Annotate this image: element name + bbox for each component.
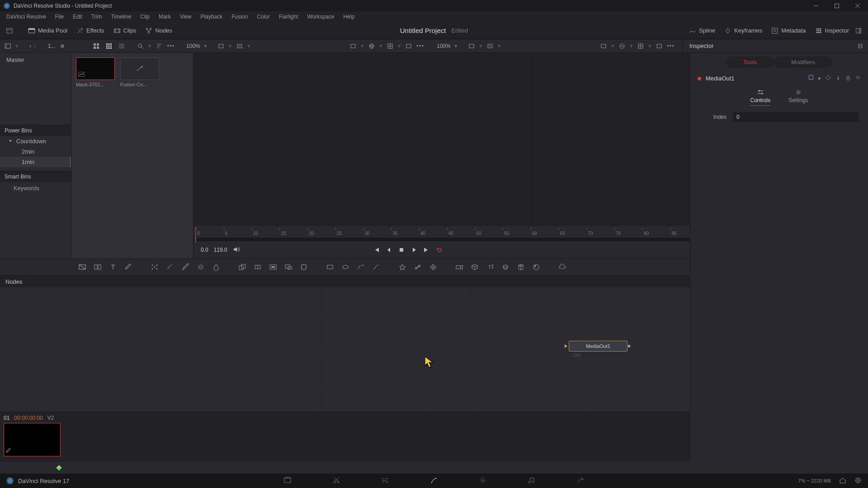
text-tool-icon[interactable]: T bbox=[108, 262, 118, 272]
prender-tool-icon[interactable] bbox=[428, 262, 439, 272]
stop-button[interactable] bbox=[397, 246, 406, 254]
brightness-tool-icon[interactable] bbox=[195, 262, 206, 272]
polygon-mask-icon[interactable] bbox=[355, 262, 366, 272]
grid2-icon[interactable] bbox=[636, 41, 646, 51]
page-color-icon[interactable] bbox=[479, 476, 487, 486]
expand-icon[interactable] bbox=[854, 26, 863, 36]
page-media-icon[interactable] bbox=[283, 476, 292, 486]
menu-item[interactable]: File bbox=[52, 13, 67, 21]
master-bin[interactable]: Master bbox=[0, 53, 71, 67]
cloud-tool-icon[interactable] bbox=[557, 262, 568, 272]
menu-item[interactable]: View bbox=[176, 13, 195, 21]
bin-1min[interactable]: 1min bbox=[0, 157, 71, 167]
transform-tool-icon[interactable] bbox=[298, 262, 309, 272]
viewer-left[interactable] bbox=[193, 53, 531, 225]
pemitter-tool-icon[interactable] bbox=[412, 262, 423, 272]
prev-frame-button[interactable] bbox=[385, 246, 393, 254]
keyframe-icon[interactable] bbox=[826, 75, 831, 82]
menu-item[interactable]: Playback bbox=[197, 13, 226, 21]
first-frame-button[interactable] bbox=[372, 246, 380, 254]
play-button[interactable] bbox=[410, 246, 418, 254]
home-icon[interactable] bbox=[839, 477, 846, 484]
reset-icon[interactable] bbox=[855, 75, 861, 82]
resize-tool-icon[interactable] bbox=[283, 262, 294, 272]
index-field[interactable]: 0 bbox=[733, 112, 859, 122]
last-frame-button[interactable] bbox=[423, 246, 431, 254]
range-field[interactable]: 1... bbox=[45, 43, 58, 49]
viewer-b-icon[interactable] bbox=[599, 41, 609, 51]
page-edit-icon[interactable] bbox=[381, 476, 389, 486]
grid-over-icon[interactable] bbox=[385, 41, 395, 51]
background-tool-icon[interactable] bbox=[77, 262, 88, 272]
viewer-a-icon[interactable] bbox=[348, 41, 358, 51]
inspector-tab-tools[interactable]: Tools bbox=[726, 56, 774, 68]
search-icon[interactable] bbox=[136, 41, 146, 51]
merge-tool-icon[interactable] bbox=[237, 262, 248, 272]
shape3d-tool-icon[interactable] bbox=[500, 262, 511, 272]
speaker-icon[interactable] bbox=[233, 246, 240, 254]
page-fairlight-icon[interactable] bbox=[528, 476, 536, 486]
menu-item[interactable]: Workspace bbox=[304, 13, 338, 21]
text3d-tool-icon[interactable]: T bbox=[485, 262, 495, 272]
spline-button[interactable]: Spline bbox=[684, 25, 720, 36]
minimize-button[interactable] bbox=[806, 0, 826, 11]
view-lines-icon[interactable] bbox=[117, 41, 127, 51]
mattecontrol-tool-icon[interactable] bbox=[268, 262, 278, 272]
paint-tool-icon[interactable] bbox=[123, 262, 134, 272]
rect2-icon[interactable] bbox=[235, 41, 245, 51]
clip-strip-thumbnail[interactable] bbox=[4, 423, 61, 456]
clips-button[interactable]: Clips bbox=[109, 25, 141, 36]
menu-item[interactable]: Fairlight bbox=[275, 13, 302, 21]
menu-item[interactable]: Clip bbox=[137, 13, 153, 21]
menu-item[interactable]: Mark bbox=[155, 13, 175, 21]
loop-button[interactable] bbox=[435, 246, 443, 254]
menu-item[interactable]: Timeline bbox=[107, 13, 135, 21]
frame2-icon[interactable] bbox=[654, 41, 664, 51]
effects-button[interactable]: Effects bbox=[72, 25, 109, 36]
countdown-bin[interactable]: Countdown bbox=[0, 136, 71, 146]
renderer3d-tool-icon[interactable] bbox=[531, 262, 542, 272]
bin-2min[interactable]: 2min bbox=[0, 146, 71, 157]
close-button[interactable] bbox=[847, 0, 868, 11]
rect-icon[interactable] bbox=[216, 41, 226, 51]
more-icon[interactable]: ••• bbox=[667, 42, 675, 49]
page-deliver-icon[interactable] bbox=[576, 476, 585, 486]
camera3d-tool-icon[interactable] bbox=[454, 262, 465, 272]
menu-item[interactable]: Color bbox=[253, 13, 274, 21]
menu-item[interactable]: DaVinci Resolve bbox=[3, 13, 50, 21]
view-list-icon[interactable] bbox=[91, 41, 101, 51]
brush-tool-icon[interactable] bbox=[165, 262, 175, 272]
merge3d-tool-icon[interactable] bbox=[515, 262, 526, 272]
blur-tool-icon[interactable] bbox=[211, 262, 222, 272]
more-icon[interactable]: ••• bbox=[416, 42, 424, 49]
lock-icon[interactable] bbox=[845, 75, 851, 82]
ellipse-mask-icon[interactable] bbox=[340, 262, 351, 272]
zoom-left[interactable]: 100% bbox=[184, 43, 203, 49]
expand-inspector-icon[interactable] bbox=[855, 41, 865, 51]
clip-thumbnail[interactable]: Fusion Co... bbox=[120, 57, 159, 254]
chevron-down-icon[interactable]: ▾ bbox=[818, 75, 821, 82]
zoom-right[interactable]: 100% bbox=[434, 43, 453, 49]
inspector-button[interactable]: Inspector bbox=[811, 25, 854, 36]
bspline-mask-icon[interactable] bbox=[371, 262, 382, 272]
keywords-bin[interactable]: Keywords bbox=[0, 182, 71, 194]
particles-tool-icon[interactable] bbox=[397, 262, 408, 272]
page-cut-icon[interactable] bbox=[332, 476, 340, 486]
media-pool-button[interactable]: Media Pool bbox=[24, 25, 72, 36]
globe2-icon[interactable] bbox=[617, 41, 627, 51]
clip-thumbnail[interactable]: black-3701... bbox=[76, 57, 115, 254]
menu-item[interactable]: Fusion bbox=[228, 13, 251, 21]
nodes-button[interactable]: Nodes bbox=[141, 25, 177, 36]
panel-menu-icon[interactable] bbox=[3, 41, 13, 51]
more-icon[interactable]: ••• bbox=[167, 42, 175, 49]
fastnoise-tool-icon[interactable] bbox=[92, 262, 103, 272]
rectangle-mask-icon[interactable] bbox=[325, 262, 335, 272]
channelbool-tool-icon[interactable] bbox=[252, 262, 263, 272]
page-fusion-icon[interactable] bbox=[430, 476, 438, 486]
keyframe-marker-icon[interactable] bbox=[56, 465, 62, 471]
inspector-subtab-settings[interactable]: Settings bbox=[788, 89, 808, 106]
rect3-icon[interactable] bbox=[467, 41, 476, 51]
pencil-tool-icon[interactable] bbox=[180, 262, 191, 272]
rect4-icon[interactable] bbox=[485, 41, 495, 51]
menu-item[interactable]: Trim bbox=[88, 13, 106, 21]
